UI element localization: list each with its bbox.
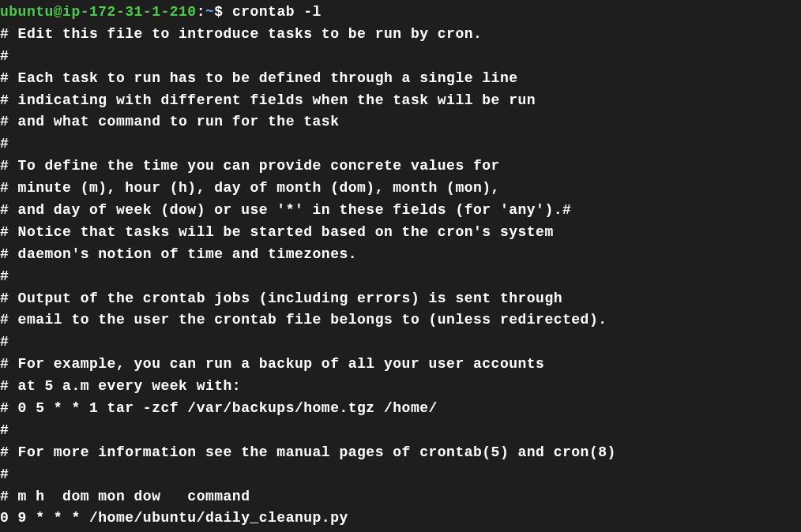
output-line: # m h dom mon dow command xyxy=(0,489,250,504)
output-line: # Output of the crontab jobs (including … xyxy=(0,290,562,306)
output-line: # xyxy=(0,334,9,350)
output-line: # For more information see the manual pa… xyxy=(0,444,616,460)
prompt-line: ubuntu@ip-172-31-1-210:~$ crontab -l xyxy=(0,4,322,20)
terminal-output[interactable]: ubuntu@ip-172-31-1-210:~$ crontab -l # E… xyxy=(0,2,801,530)
output-line: # For example, you can run a backup of a… xyxy=(0,356,544,372)
output-line: # and day of week (dow) or use '*' in th… xyxy=(0,202,571,218)
output-line: # To define the time you can provide con… xyxy=(0,158,500,174)
output-line: # email to the user the crontab file bel… xyxy=(0,312,607,328)
output-line: # at 5 a.m every week with: xyxy=(0,378,241,394)
prompt-path: ~ xyxy=(205,4,214,20)
command-input: crontab -l xyxy=(232,4,322,20)
prompt-dollar: $ xyxy=(214,4,223,20)
output-line: # xyxy=(0,422,9,438)
output-line: # xyxy=(0,136,9,152)
output-line: # 0 5 * * 1 tar -zcf /var/backups/home.t… xyxy=(0,400,438,416)
output-line: # minute (m), hour (h), day of month (do… xyxy=(0,180,500,196)
prompt-colon: : xyxy=(197,4,205,20)
output-line: # Edit this file to introduce tasks to b… xyxy=(0,26,482,42)
output-line: # Notice that tasks will be started base… xyxy=(0,224,554,240)
output-line: # daemon's notion of time and timezones. xyxy=(0,246,357,262)
output-line: # xyxy=(0,268,9,284)
prompt-user-host: ubuntu@ip-172-31-1-210 xyxy=(0,4,197,20)
output-line: # indicating with different fields when … xyxy=(0,92,536,108)
output-line: # and what command to run for the task xyxy=(0,114,339,129)
output-line: 0 9 * * * /home/ubuntu/daily_cleanup.py xyxy=(0,510,348,526)
output-line: # xyxy=(0,466,9,482)
output-line: # xyxy=(0,48,9,64)
output-line: # Each task to run has to be defined thr… xyxy=(0,70,518,86)
